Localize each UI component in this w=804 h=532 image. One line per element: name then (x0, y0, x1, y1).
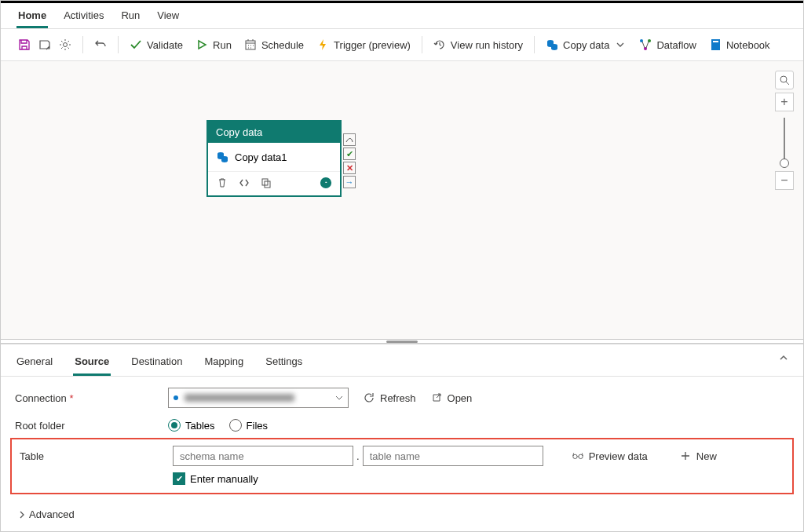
open-label: Open (448, 392, 473, 404)
copy-icon[interactable] (260, 177, 272, 189)
root-folder-radio-group: Tables Files (168, 419, 268, 432)
preview-data-button[interactable]: Preview data (572, 450, 648, 462)
svg-point-16 (579, 454, 583, 458)
trigger-button[interactable]: Trigger (preview) (312, 35, 415, 54)
root-folder-row: Root folder Tables Files (15, 419, 789, 432)
connection-value-redacted (185, 394, 294, 402)
view-run-history-button[interactable]: View run history (429, 35, 528, 54)
run-button[interactable]: Run (191, 35, 236, 54)
details-panel: General Source Destination Mapping Setti… (1, 344, 803, 531)
activity-status-connectors: ✔ ✕ → (343, 133, 356, 188)
enter-manually-checkbox[interactable]: ✔ Enter manually (173, 472, 258, 485)
advanced-expander[interactable]: Advanced (1, 505, 803, 523)
menu-tab-home[interactable]: Home (16, 6, 48, 28)
undo-icon[interactable] (94, 38, 107, 51)
open-external-icon (430, 392, 443, 404)
canvas-search-button[interactable] (775, 71, 794, 89)
details-tab-bar: General Source Destination Mapping Setti… (1, 344, 803, 377)
trigger-label: Trigger (preview) (334, 39, 411, 51)
connection-row: Connection * Refresh Open (15, 388, 789, 408)
radio-files[interactable]: Files (229, 419, 268, 432)
chevron-down-icon (335, 394, 343, 402)
refresh-button[interactable]: Refresh (363, 392, 416, 404)
activity-footer (208, 171, 340, 195)
activity-header: Copy data (208, 122, 340, 143)
code-icon[interactable] (238, 177, 250, 189)
zoom-controls: + − (775, 71, 794, 190)
radio-tables[interactable]: Tables (168, 419, 215, 432)
dataflow-icon (639, 38, 652, 51)
zoom-in-button[interactable]: + (775, 93, 794, 111)
view-history-label: View run history (451, 39, 523, 51)
schema-name-input[interactable] (173, 446, 353, 466)
dataflow-label: Dataflow (656, 39, 696, 51)
copy-data-button[interactable]: Copy data (541, 35, 631, 54)
tab-mapping[interactable]: Mapping (203, 351, 245, 376)
zoom-out-button[interactable]: − (775, 171, 794, 190)
zoom-handle[interactable] (780, 159, 789, 168)
menu-tab-bar: Home Activities Run View (1, 3, 803, 29)
status-skip-icon[interactable] (343, 133, 356, 146)
new-button[interactable]: New (679, 450, 717, 462)
tab-general[interactable]: General (15, 351, 54, 376)
schedule-label: Schedule (261, 39, 304, 51)
menu-tab-view[interactable]: View (155, 6, 181, 28)
chevron-down-icon (614, 38, 627, 51)
radio-files-label: Files (247, 420, 268, 432)
radio-circle-icon (168, 419, 181, 432)
table-label: Table (20, 450, 173, 462)
zoom-slider[interactable] (784, 118, 785, 165)
tab-destination[interactable]: Destination (130, 351, 184, 376)
preview-data-label: Preview data (589, 450, 648, 462)
root-folder-label: Root folder (15, 420, 168, 432)
refresh-label: Refresh (380, 392, 416, 404)
table-highlight-region: Table . Preview data New (10, 438, 794, 494)
notebook-button[interactable]: Notebook (704, 35, 775, 54)
collapse-panel-icon[interactable] (778, 352, 789, 363)
calendar-icon (244, 38, 257, 51)
save-icon[interactable] (18, 38, 31, 51)
svg-point-15 (572, 454, 576, 458)
tab-source[interactable]: Source (73, 351, 111, 376)
pipeline-canvas[interactable]: Copy data Copy data1 ✔ ✕ → + − (1, 61, 803, 339)
advanced-label: Advanced (29, 508, 75, 520)
table-dot-separator: . (356, 450, 360, 462)
status-fail-icon[interactable]: ✕ (343, 162, 356, 174)
menu-tab-activities[interactable]: Activities (62, 6, 105, 28)
toolbar-separator (422, 36, 422, 53)
save-as-icon[interactable] (38, 38, 51, 51)
table-name-input[interactable] (363, 446, 543, 466)
enter-manually-row: ✔ Enter manually (20, 466, 784, 485)
table-side-actions: Preview data New (557, 450, 717, 462)
svg-rect-8 (713, 41, 718, 42)
delete-icon[interactable] (216, 177, 228, 189)
menu-tab-run[interactable]: Run (119, 6, 141, 28)
notebook-label: Notebook (726, 39, 770, 51)
copy-data-activity[interactable]: Copy data Copy data1 (206, 120, 342, 197)
toolbar-separator (534, 36, 535, 53)
checkmark-icon: ✔ (173, 472, 185, 485)
status-completion-icon[interactable]: → (343, 176, 356, 188)
validate-button[interactable]: Validate (125, 35, 188, 54)
radio-tables-label: Tables (185, 420, 215, 432)
run-activity-icon[interactable] (320, 177, 332, 189)
database-copy-icon (546, 38, 558, 51)
connection-status-dot (174, 395, 178, 400)
status-success-icon[interactable]: ✔ (343, 148, 356, 160)
new-label: New (696, 450, 717, 462)
glasses-icon (572, 450, 584, 462)
lightning-icon (316, 38, 329, 51)
schedule-button[interactable]: Schedule (239, 35, 309, 54)
history-icon (433, 38, 446, 51)
tab-settings[interactable]: Settings (264, 351, 304, 376)
settings-gear-icon[interactable] (59, 38, 71, 51)
toolbar-separator (118, 36, 119, 53)
dataflow-button[interactable]: Dataflow (634, 35, 701, 54)
svg-point-14 (780, 76, 787, 82)
enter-manually-label: Enter manually (190, 473, 258, 485)
checkmark-icon (130, 38, 142, 51)
validate-label: Validate (147, 39, 183, 51)
connection-dropdown[interactable] (168, 388, 349, 408)
table-inputs-group: . (173, 446, 543, 466)
open-button[interactable]: Open (430, 392, 473, 404)
